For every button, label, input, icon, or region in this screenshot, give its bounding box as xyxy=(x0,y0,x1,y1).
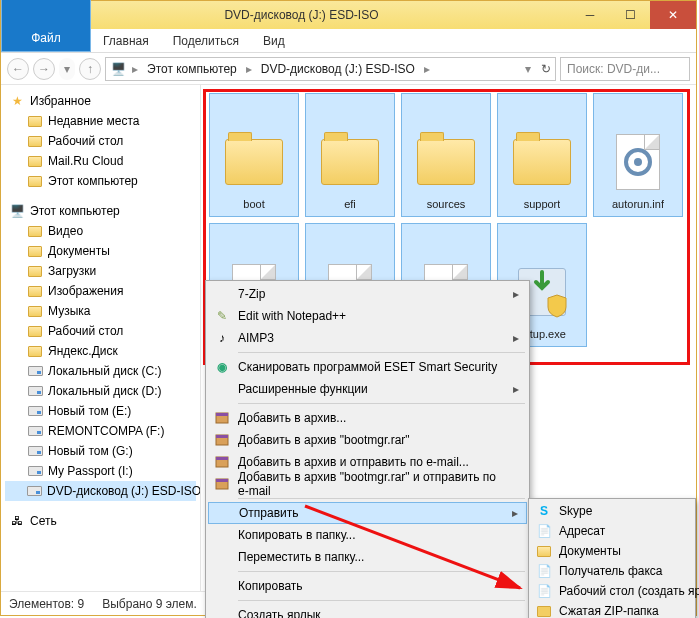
submenu-item[interactable]: Документы xyxy=(531,541,693,561)
folder-icon xyxy=(27,113,43,129)
drive-icon xyxy=(27,403,43,419)
tree-network[interactable]: 🖧 Сеть xyxy=(5,511,196,531)
maximize-button[interactable]: ☐ xyxy=(610,1,650,29)
menu-item[interactable]: ♪AIMP3▸ xyxy=(208,327,527,349)
folder-icon xyxy=(27,283,43,299)
rar-icon xyxy=(214,476,230,492)
tree-computer[interactable]: 🖥️ Этот компьютер xyxy=(5,201,196,221)
tree-favorites[interactable]: ★ Избранное xyxy=(5,91,196,111)
folder-icon xyxy=(27,223,43,239)
drive-icon xyxy=(27,443,43,459)
tree-item[interactable]: Новый том (E:) xyxy=(5,401,196,421)
chevron-right-icon: ▸ xyxy=(513,287,519,301)
submenu-item[interactable]: 📄Адресат xyxy=(531,521,693,541)
tree-item[interactable]: Новый том (G:) xyxy=(5,441,196,461)
breadcrumb[interactable]: Этот компьютер xyxy=(144,62,240,76)
folder-icon xyxy=(27,323,43,339)
menu-item[interactable]: Копировать xyxy=(208,575,527,597)
svg-rect-8 xyxy=(216,457,228,460)
mail-icon: 📄 xyxy=(536,523,552,539)
tree-item[interactable]: Этот компьютер xyxy=(5,171,196,191)
menu-item[interactable]: Добавить в архив... xyxy=(208,407,527,429)
tab-view[interactable]: Вид xyxy=(251,30,297,52)
address-bar[interactable]: 🖥️ ▸ Этот компьютер ▸ DVD-дисковод (J:) … xyxy=(105,57,556,81)
file-icon xyxy=(222,130,286,194)
menu-item[interactable]: Отправить▸ xyxy=(208,502,527,524)
tree-item[interactable]: Недавние места xyxy=(5,111,196,131)
tree-item[interactable]: Mail.Ru Cloud xyxy=(5,151,196,171)
menu-item[interactable]: Переместить в папку... xyxy=(208,546,527,568)
star-icon: ★ xyxy=(9,93,25,109)
tree-item[interactable]: Рабочий стол xyxy=(5,321,196,341)
tab-file[interactable]: Файл xyxy=(1,0,91,52)
rar-icon xyxy=(214,410,230,426)
tree-item[interactable]: Музыка xyxy=(5,301,196,321)
file-icon xyxy=(510,130,574,194)
skype-icon: S xyxy=(536,503,552,519)
titlebar[interactable]: DVD-дисковод (J:) ESD-ISO ─ ☐ ✕ xyxy=(1,1,696,29)
close-button[interactable]: ✕ xyxy=(650,1,696,29)
status-count: Элементов: 9 xyxy=(9,597,84,611)
submenu-item[interactable]: 📄Получатель факса xyxy=(531,561,693,581)
folder-icon xyxy=(27,173,43,189)
menu-item[interactable]: Копировать в папку... xyxy=(208,524,527,546)
up-button[interactable]: ↑ xyxy=(79,58,101,80)
network-icon: 🖧 xyxy=(9,513,25,529)
folder-icon xyxy=(27,343,43,359)
submenu-item[interactable]: SSkype xyxy=(531,501,693,521)
menu-item[interactable]: Расширенные функции▸ xyxy=(208,378,527,400)
folder-icon xyxy=(27,153,43,169)
minimize-button[interactable]: ─ xyxy=(570,1,610,29)
menu-item[interactable]: 7-Zip▸ xyxy=(208,283,527,305)
tree-item[interactable]: DVD-дисковод (J:) ESD-ISO xyxy=(5,481,196,501)
tree-item[interactable]: Яндекс.Диск xyxy=(5,341,196,361)
submenu-item[interactable]: Сжатая ZIP-папка xyxy=(531,601,693,618)
eset-icon: ◉ xyxy=(214,359,230,375)
tree-item[interactable]: Документы xyxy=(5,241,196,261)
zip-icon xyxy=(536,603,552,618)
menu-item[interactable]: ◉Сканировать программой ESET Smart Secur… xyxy=(208,356,527,378)
menu-item[interactable]: Добавить в архив "bootmgr.rar" xyxy=(208,429,527,451)
drive-icon xyxy=(27,383,43,399)
sendto-submenu: SSkype📄АдресатДокументы📄Получатель факса… xyxy=(528,498,696,618)
menu-item[interactable]: ✎Edit with Notepad++ xyxy=(208,305,527,327)
tree-item[interactable]: Видео xyxy=(5,221,196,241)
tree-item[interactable]: Загрузки xyxy=(5,261,196,281)
tree-item[interactable]: Изображения xyxy=(5,281,196,301)
breadcrumb[interactable]: DVD-дисковод (J:) ESD-ISO xyxy=(258,62,418,76)
tree-item[interactable]: Локальный диск (C:) xyxy=(5,361,196,381)
menu-item[interactable]: Создать ярлык xyxy=(208,604,527,618)
submenu-item[interactable]: 📄Рабочий стол (создать ярлык) xyxy=(531,581,693,601)
folder-icon xyxy=(536,543,552,559)
tree-item[interactable]: REMONTCOMPA (F:) xyxy=(5,421,196,441)
search-input[interactable]: Поиск: DVD-ди... xyxy=(560,57,690,81)
folder-icon xyxy=(27,243,43,259)
history-dropdown[interactable]: ▾ xyxy=(59,58,75,80)
back-button[interactable]: ← xyxy=(7,58,29,80)
drive-icon xyxy=(27,423,43,439)
tree-item[interactable]: Рабочий стол xyxy=(5,131,196,151)
tree-item[interactable]: My Passport (I:) xyxy=(5,461,196,481)
refresh-icon[interactable]: ↻ xyxy=(535,62,551,76)
tab-share[interactable]: Поделиться xyxy=(161,30,251,52)
svg-rect-10 xyxy=(216,479,228,482)
tab-home[interactable]: Главная xyxy=(91,30,161,52)
search-placeholder: Поиск: DVD-ди... xyxy=(567,62,660,76)
aimp-icon: ♪ xyxy=(214,330,230,346)
navbar: ← → ▾ ↑ 🖥️ ▸ Этот компьютер ▸ DVD-дисков… xyxy=(1,53,696,85)
window-title: DVD-дисковод (J:) ESD-ISO xyxy=(33,8,570,22)
addr-dropdown-icon[interactable]: ▾ xyxy=(525,62,531,76)
drive-icon xyxy=(27,363,43,379)
tree-item[interactable]: Локальный диск (D:) xyxy=(5,381,196,401)
chevron-right-icon: ▸ xyxy=(512,506,518,520)
folder-icon xyxy=(27,263,43,279)
desktop-icon: 📄 xyxy=(536,583,552,599)
chevron-right-icon: ▸ xyxy=(513,382,519,396)
svg-rect-4 xyxy=(216,413,228,416)
nav-tree: ★ Избранное Недавние местаРабочий столMa… xyxy=(1,85,201,591)
ribbon: Файл Главная Поделиться Вид xyxy=(1,29,696,53)
menu-item[interactable]: Добавить в архив "bootmgr.rar" и отправи… xyxy=(208,473,527,495)
forward-button[interactable]: → xyxy=(33,58,55,80)
folder-icon xyxy=(27,133,43,149)
file-icon xyxy=(318,130,382,194)
